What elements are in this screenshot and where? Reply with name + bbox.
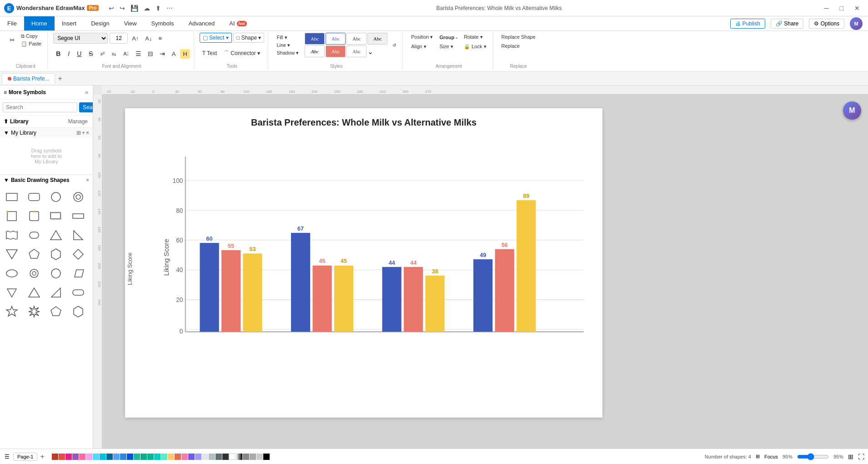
manage-library-button[interactable]: Manage (67, 117, 89, 126)
color-swatch[interactable] (86, 454, 92, 460)
focus-button[interactable]: Focus (764, 454, 778, 459)
undo-button[interactable]: ↩ (107, 4, 116, 13)
color-swatch[interactable] (147, 454, 154, 460)
color-swatch[interactable] (72, 454, 79, 460)
shape-pentagon-2[interactable] (48, 303, 64, 320)
page-1-tab[interactable]: Page-1 (13, 453, 37, 461)
add-tab-button[interactable]: + (55, 75, 65, 83)
color-swatch[interactable] (52, 454, 58, 460)
my-lib-add-button[interactable]: + (82, 130, 85, 136)
style-reset-button[interactable]: ↺ (390, 41, 399, 49)
color-swatch[interactable] (175, 454, 181, 460)
my-lib-grid-button[interactable]: ⊞ (76, 130, 81, 136)
connector-button[interactable]: ⌒ Connector ▾ (221, 48, 263, 59)
shape-hexagon[interactable] (48, 246, 64, 262)
color-swatch[interactable] (222, 454, 229, 460)
redo-button[interactable]: ↪ (118, 4, 127, 13)
color-swatch[interactable] (168, 454, 174, 460)
maximize-button[interactable]: □ (835, 3, 848, 14)
canvas-content[interactable]: Barista Preferences: Whole Milk vs Alter… (102, 95, 868, 449)
style-box-4[interactable]: Abc (367, 33, 387, 45)
menu-ai[interactable]: AI hot (222, 16, 254, 30)
increase-font-button[interactable]: A↑ (130, 34, 141, 43)
cloud-button[interactable]: ☁ (142, 4, 152, 13)
underline-button[interactable]: U (74, 49, 84, 59)
more-colors-button[interactable] (229, 454, 236, 460)
shape-right-triangle[interactable] (70, 227, 86, 243)
color-swatch[interactable] (181, 454, 188, 460)
color-swatch[interactable] (202, 454, 208, 460)
replace-button[interactable]: Replace (499, 42, 522, 50)
shape-triangle-2[interactable] (4, 246, 20, 262)
options-button[interactable]: ⚙ Options (809, 19, 844, 29)
strikethrough-button[interactable]: S (86, 49, 95, 59)
menu-home[interactable]: Home (24, 16, 55, 30)
fullscreen-button[interactable]: ⛶ (858, 453, 864, 460)
color-swatch[interactable] (106, 454, 113, 460)
style-box-7[interactable]: Abc (346, 45, 366, 57)
clear-format-button[interactable]: A⃠ (120, 50, 131, 58)
layers-button[interactable]: ⊞ (756, 454, 760, 459)
export-button[interactable]: ⬆ (154, 4, 163, 13)
superscript-button[interactable]: x² (98, 50, 107, 58)
minimize-button[interactable]: ─ (820, 3, 833, 14)
group-button[interactable]: Group - (437, 33, 460, 41)
font-color-button[interactable]: A (169, 49, 179, 59)
shape-ellipse[interactable] (4, 265, 20, 282)
bold-button[interactable]: B (53, 49, 63, 59)
floating-ai-button[interactable]: M (843, 101, 861, 120)
shape-wave-rect[interactable] (4, 227, 20, 243)
shape-rect-shadow[interactable] (48, 208, 64, 224)
font-family-select[interactable]: Segoe UI (53, 33, 108, 44)
more-styles-button[interactable]: ⌄ (367, 47, 387, 56)
user-avatar[interactable]: M (850, 17, 863, 30)
italic-button[interactable]: I (65, 49, 72, 59)
shape-parallelogram[interactable] (70, 265, 86, 282)
size-button[interactable]: Size ▾ (437, 42, 460, 51)
shape-rounded-rectangle[interactable] (26, 189, 42, 205)
shape-circle[interactable] (48, 189, 64, 205)
publish-button[interactable]: 🖨 Publish (730, 19, 765, 29)
sidebar-collapse-button[interactable]: « (84, 88, 89, 96)
shapes-close-button[interactable]: × (86, 177, 89, 183)
color-swatch[interactable] (120, 454, 126, 460)
shape-circle-2[interactable] (48, 265, 64, 282)
shape-stadium[interactable] (70, 284, 86, 301)
my-lib-close-button[interactable]: × (86, 130, 89, 136)
color-swatch[interactable] (216, 454, 222, 460)
color-swatch[interactable] (59, 454, 65, 460)
gradient-colors[interactable] (236, 454, 242, 460)
shape-triangle-up-2[interactable] (26, 284, 42, 301)
more-options-button[interactable]: ⋯ (165, 4, 175, 13)
fill-button[interactable]: Fill ▾ (274, 34, 301, 41)
subscript-button[interactable]: x₂ (109, 50, 119, 58)
shadow-button[interactable]: Shadow ▾ (274, 50, 301, 56)
color-swatch[interactable] (113, 454, 120, 460)
color-swatch[interactable] (79, 454, 85, 460)
shape-ring[interactable] (70, 189, 86, 205)
line-button[interactable]: Line ▾ (274, 42, 301, 49)
color-swatch[interactable] (195, 454, 201, 460)
paste-button[interactable]: 📋 Paste (19, 40, 44, 47)
close-button[interactable]: ✕ (850, 3, 864, 14)
align-button[interactable]: ≡ (156, 34, 165, 43)
light-gray-color[interactable] (250, 454, 256, 460)
decrease-font-button[interactable]: A↓ (143, 34, 154, 43)
cut-button[interactable]: ✂ (7, 35, 17, 45)
color-swatch[interactable] (209, 454, 215, 460)
bullet-list-button[interactable]: ☰ (133, 49, 144, 59)
page-tab-active[interactable]: Barista Prefe... (2, 73, 55, 84)
shape-wide-rect[interactable] (70, 208, 86, 224)
replace-shape-button[interactable]: Replace Shape (499, 33, 538, 41)
search-button[interactable]: Search (79, 102, 93, 112)
style-box-2[interactable]: Abc (326, 33, 346, 45)
color-swatch[interactable] (65, 454, 72, 460)
shape-right-triangle-2[interactable] (48, 284, 64, 301)
menu-advanced[interactable]: Advanced (181, 16, 222, 30)
menu-view[interactable]: View (117, 16, 144, 30)
position-button[interactable]: Position ▾ (408, 33, 436, 41)
select-button[interactable]: ▢ Select ▾ (200, 33, 232, 43)
color-swatch[interactable] (93, 454, 99, 460)
shape-pentagon[interactable] (26, 246, 42, 262)
color-swatch[interactable] (134, 454, 140, 460)
